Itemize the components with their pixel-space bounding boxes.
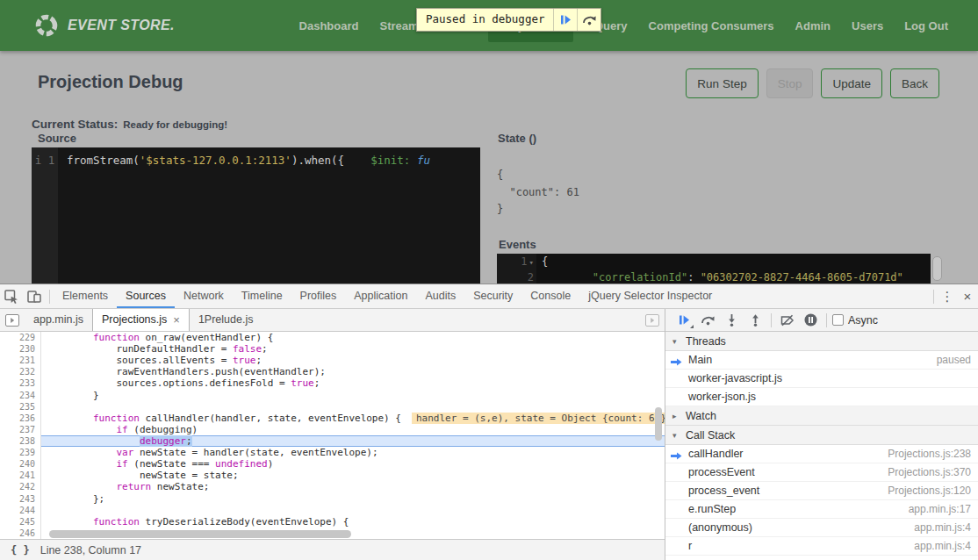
vertical-scrollbar[interactable] <box>655 407 662 441</box>
line-number[interactable]: 243 <box>0 493 41 505</box>
line-number[interactable]: 238 <box>0 435 41 447</box>
devtools-tab-audits[interactable]: Audits <box>416 284 464 308</box>
devtools-menu-icon[interactable]: ⋮ <box>938 289 957 305</box>
step-into-button[interactable] <box>720 309 744 331</box>
async-checkbox[interactable] <box>832 314 844 326</box>
file-tab-1prelude-js[interactable]: 1Prelude.js <box>190 309 262 331</box>
code-line[interactable]: 245 function tryDeserializeBody(eventEnv… <box>0 516 665 528</box>
nav-item-dashboard[interactable]: Dashboard <box>299 19 359 32</box>
line-number[interactable]: 246 <box>0 528 41 539</box>
code-line[interactable]: 238 debugger; <box>0 435 665 447</box>
overlay-resume-button[interactable] <box>553 9 577 31</box>
thread-row-worker-json-js[interactable]: worker-json.js <box>665 388 978 406</box>
code-line[interactable]: 236 function callHandler(handler, state,… <box>0 413 665 424</box>
events-code-line[interactable]: 2 "correlationId": "06302702-8827-4464-8… <box>497 269 931 284</box>
code-line[interactable]: 241 newState = state; <box>0 470 665 481</box>
call-stack-frame[interactable]: (anonymous)app.min.js:4 <box>665 519 978 537</box>
pause-on-exceptions-button[interactable] <box>799 309 823 331</box>
tab-close-icon[interactable]: × <box>173 309 180 331</box>
line-number[interactable]: 236 <box>0 413 41 424</box>
update-button[interactable]: Update <box>821 68 882 98</box>
thread-status: paused <box>937 354 971 366</box>
nav-item-competing-consumers[interactable]: Competing Consumers <box>649 19 774 32</box>
code-line[interactable]: 235 <box>0 401 665 413</box>
line-number[interactable]: 241 <box>0 470 41 481</box>
inspect-element-button[interactable] <box>0 284 23 308</box>
inline-value-annotation: handler = (s,e), state = Object {count: … <box>412 413 665 424</box>
run-step-button[interactable]: Run Step <box>686 68 758 98</box>
nav-item-log-out[interactable]: Log Out <box>904 19 948 32</box>
nav-item-admin[interactable]: Admin <box>795 19 831 32</box>
line-number[interactable]: 237 <box>0 424 41 435</box>
step-over-button[interactable] <box>696 309 720 331</box>
line-number[interactable]: 233 <box>0 377 41 389</box>
code-line[interactable]: 244 <box>0 505 665 516</box>
devtools-tab-profiles[interactable]: Profiles <box>291 284 346 308</box>
horizontal-scrollbar[interactable] <box>49 530 351 538</box>
line-number[interactable]: 232 <box>0 366 41 377</box>
line-number[interactable]: 242 <box>0 481 41 492</box>
code-line[interactable]: 239 var newState = handler(state, eventE… <box>0 447 665 458</box>
events-scrollbar[interactable] <box>932 256 942 281</box>
line-number[interactable]: 244 <box>0 505 41 516</box>
page-title: Projection Debug <box>38 72 183 92</box>
devtools-tab-application[interactable]: Application <box>345 284 416 308</box>
device-toolbar-button[interactable] <box>23 284 46 308</box>
section-header-watch[interactable]: ▸Watch <box>665 406 978 426</box>
thread-row-worker-javascript-js[interactable]: worker-javascript.js <box>665 370 978 388</box>
line-number[interactable]: 231 <box>0 355 41 366</box>
line-number[interactable]: 230 <box>0 343 41 355</box>
line-number[interactable]: 229 <box>0 332 41 343</box>
devtools-tab-sources[interactable]: Sources <box>117 284 175 308</box>
pretty-print-button[interactable]: { } <box>11 544 30 556</box>
code-line[interactable]: 234 } <box>0 390 665 401</box>
code-line[interactable]: 231 sources.allEvents = true; <box>0 355 665 366</box>
call-stack-frame[interactable]: callHandlerProjections.js:238 <box>665 445 978 463</box>
call-stack-frame[interactable]: rapp.min.js:4 <box>665 537 978 556</box>
fold-arrow-icon[interactable]: ▾ <box>529 258 534 267</box>
call-stack-frame[interactable] <box>665 556 978 560</box>
frame-function: (anonymous) <box>688 521 752 534</box>
devtools-tab-network[interactable]: Network <box>175 284 233 308</box>
resume-script-button[interactable] <box>672 309 696 331</box>
code-line[interactable]: 229 function on_raw(eventHandler) { <box>0 332 665 343</box>
code-line[interactable]: 230 runDefaultHandler = false; <box>0 343 665 355</box>
section-header-call-stack[interactable]: ▾Call Stack <box>665 426 978 445</box>
call-stack-frame[interactable]: processEventProjections.js:370 <box>665 463 978 482</box>
back-button[interactable]: Back <box>890 68 939 98</box>
code-line[interactable]: 240 if (newState === undefined) <box>0 458 665 470</box>
events-code-line[interactable]: 1▾{ <box>497 254 931 269</box>
show-right-panel-button[interactable] <box>640 309 665 331</box>
events-editor[interactable]: 1▾{2 "correlationId": "06302702-8827-446… <box>497 254 931 284</box>
line-number[interactable]: 239 <box>0 447 41 458</box>
devtools-tab-jquery-selector-inspector[interactable]: jQuery Selector Inspector <box>579 284 721 308</box>
file-tab-app-min-js[interactable]: app.min.js <box>25 309 92 331</box>
step-out-button[interactable] <box>744 309 767 331</box>
file-tab-projections-js[interactable]: Projections.js× <box>92 309 190 331</box>
code-line[interactable]: 232 rawEventHandlers.push(eventHandler); <box>0 366 665 377</box>
call-stack-frame[interactable]: process_eventProjections.js:120 <box>665 482 978 500</box>
thread-row-main[interactable]: Mainpaused <box>665 351 978 370</box>
code-line[interactable]: 242 return newState; <box>0 481 665 492</box>
line-number[interactable]: 235 <box>0 401 41 413</box>
line-number[interactable]: 240 <box>0 458 41 470</box>
devtools-tab-security[interactable]: Security <box>464 284 521 308</box>
call-stack-frame[interactable]: e.runStepapp.min.js:17 <box>665 500 978 519</box>
devtools-tab-console[interactable]: Console <box>521 284 579 308</box>
devtools-tab-elements[interactable]: Elements <box>54 284 117 308</box>
overlay-step-over-button[interactable] <box>577 9 600 31</box>
devtools-close-icon[interactable]: × <box>957 289 978 304</box>
section-header-threads[interactable]: ▾Threads <box>665 332 978 351</box>
line-number[interactable]: 234 <box>0 390 41 401</box>
show-navigator-button[interactable] <box>0 309 25 331</box>
code-editor[interactable]: 229 function on_raw(eventHandler) {230 r… <box>0 332 665 539</box>
code-line[interactable]: 243 }; <box>0 493 665 505</box>
event-store-logo[interactable]: EVENT STORE. <box>33 12 175 39</box>
line-number[interactable]: 245 <box>0 516 41 528</box>
devtools-tab-timeline[interactable]: Timeline <box>233 284 291 308</box>
source-editor[interactable]: i 1 fromStream('$stats-127.0.0.1:2113').… <box>32 147 480 284</box>
code-line[interactable]: 237 if (debugging) <box>0 424 665 435</box>
code-line[interactable]: 233 sources.options.definesFold = true; <box>0 377 665 389</box>
nav-item-users[interactable]: Users <box>852 19 883 32</box>
deactivate-breakpoints-button[interactable] <box>775 309 799 331</box>
